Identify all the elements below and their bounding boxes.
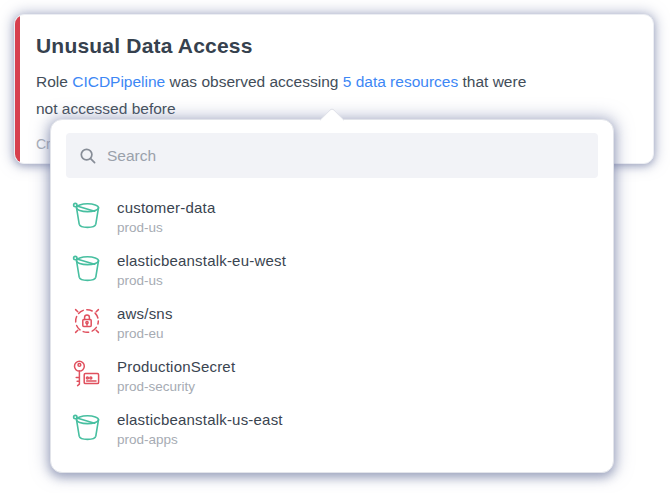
resource-name: elasticbeanstalk-eu-west xyxy=(117,252,286,271)
resource-list: customer-data prod-us elasticbeanstalk-e… xyxy=(71,198,593,463)
resource-environment: prod-apps xyxy=(117,430,283,450)
resource-name: customer-data xyxy=(117,199,215,218)
bucket-icon xyxy=(71,251,103,285)
bucket-icon xyxy=(71,410,103,444)
search-box[interactable] xyxy=(66,133,598,178)
resource-environment: prod-us xyxy=(117,271,286,291)
description-prefix: Role xyxy=(36,73,72,90)
description-middle: was observed accessing xyxy=(165,73,342,90)
alert-description: Role CICDPipeline was observed accessing… xyxy=(36,69,552,122)
resource-list-item[interactable]: aws/sns prod-eu xyxy=(71,304,593,342)
resource-name: aws/sns xyxy=(117,305,173,324)
resources-count-link[interactable]: 5 data resources xyxy=(343,73,458,90)
alert-title: Unusual Data Access xyxy=(36,34,631,58)
search-input[interactable] xyxy=(107,147,585,165)
resource-environment: prod-security xyxy=(117,377,235,397)
resource-name: ProductionSecret xyxy=(117,358,235,377)
search-icon xyxy=(79,147,97,165)
role-link[interactable]: CICDPipeline xyxy=(72,73,165,90)
resource-list-item[interactable]: elasticbeanstalk-us-east prod-apps xyxy=(71,410,593,448)
bucket-icon xyxy=(71,198,103,232)
resource-name: elasticbeanstalk-us-east xyxy=(117,411,283,430)
resource-list-item[interactable]: elasticbeanstalk-eu-west prod-us xyxy=(71,251,593,289)
lock-target-icon xyxy=(71,304,103,338)
page: Unusual Data Access Role CICDPipeline wa… xyxy=(0,0,670,493)
key-icon xyxy=(71,357,103,391)
resources-popover: customer-data prod-us elasticbeanstalk-e… xyxy=(50,119,614,473)
resource-environment: prod-us xyxy=(117,218,215,238)
resource-list-item[interactable]: customer-data prod-us xyxy=(71,198,593,236)
resource-environment: prod-eu xyxy=(117,324,173,344)
resource-list-item[interactable]: ProductionSecret prod-security xyxy=(71,357,593,395)
